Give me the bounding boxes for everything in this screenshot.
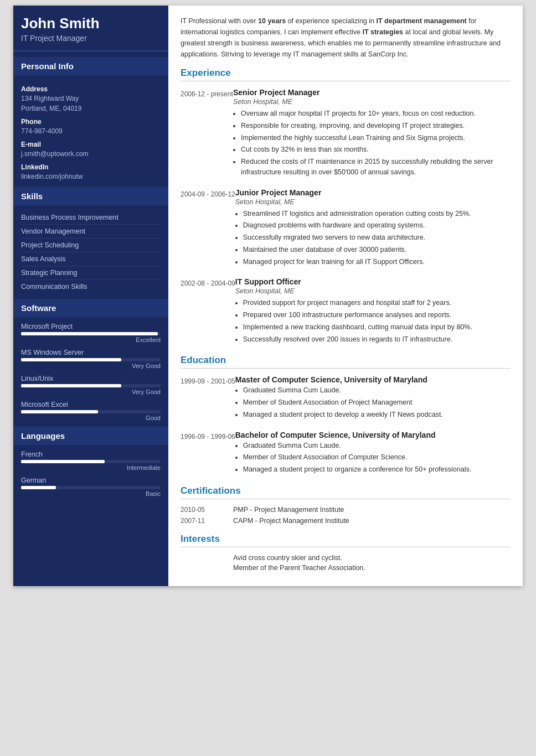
address-line2: Portland, ME, 04019 [21,103,161,113]
entry-title: Master of Computer Science, University o… [235,375,511,384]
software-name: Microsoft Project [21,323,161,330]
address-label: Address [21,85,161,93]
language-name: German [21,477,161,484]
language-bar-label: Basic [21,490,161,497]
entry-org: Seton Hospital, ME [233,98,511,106]
candidate-name: John Smith [21,15,161,32]
bullet-item: Reduced the costs of IT maintenance in 2… [241,157,511,178]
skill-item: Communication Skills [21,280,161,293]
entry-date: 2004-09 - 2006-12 [181,188,235,269]
bullet-item: Managed a student project to develop a w… [243,410,511,420]
entry-title: Bachelor of Computer Science, University… [235,431,511,439]
bullet-item: Diagnosed problems with hardware and ope… [243,220,511,231]
interests-heading: Interests [181,534,511,547]
cert-entry: 2007-11 CAPM - Project Management Instit… [181,517,511,525]
linkedin-value: linkedin.com/johnutw [21,172,161,182]
language-bar-fill [21,460,105,463]
software-name: MS Windows Server [21,349,161,356]
linkedin-label: LinkedIn [21,163,161,171]
skill-item: Project Scheduling [21,239,161,252]
certifications-heading: Certifications [181,485,511,499]
software-content: Microsoft Project Excellent MS Windows S… [13,317,168,421]
candidate-title: IT Project Manager [21,34,161,43]
software-bar-label: Very Good [21,389,161,395]
cert-name: PMP - Project Management Institute [233,506,344,514]
entry-bullets: Provided support for project managers an… [235,298,511,344]
entry-bullets: Oversaw all major hospital IT projects f… [233,108,511,178]
software-item: Microsoft Project Excellent [21,323,161,343]
entry-bullets: Graduated Summa Cum Laude.Member of Stud… [235,385,511,420]
experience-entry: 2002-08 - 2004-09 IT Support Officer Set… [181,277,511,346]
bullet-item: Maintained the user database of over 300… [243,245,511,255]
cert-entries: 2010-05 PMP - Project Management Institu… [181,506,511,525]
software-bar-container [21,384,161,387]
entry-org: Seton Hospital, ME [235,287,511,295]
experience-entry: 2004-09 - 2006-12 Junior Project Manager… [181,188,511,269]
bullet-item: Managed a student project to organize a … [243,464,511,475]
entry-title: Junior Project Manager [235,188,511,197]
software-bar-fill [21,410,98,413]
summary-text: IT Professional with over 10 years of ex… [181,15,511,60]
interest-items: Avid cross country skier and cyclist.Mem… [181,554,511,572]
language-bar-container [21,460,161,463]
email-label: E-mail [21,141,161,148]
experience-entry: 2006-12 - present Senior Project Manager… [181,88,511,179]
cert-name: CAPM - Project Management Institute [233,517,349,525]
email-value: j.smith@uptowork.com [21,149,161,159]
entry-bullets: Streamlined IT logistics and administrat… [235,209,511,267]
software-bar-fill [21,358,121,361]
entry-body: Junior Project Manager Seton Hospital, M… [235,188,511,269]
bullet-item: Successfully migrated two servers to new… [243,232,511,243]
entry-date: 1999-09 - 2001-05 [181,375,235,421]
software-item: Microsoft Excel Good [21,401,161,421]
skills-content: Business Process ImprovementVendor Manag… [13,205,168,293]
experience-heading: Experience [181,68,511,81]
personal-info-heading: Personal Info [13,57,168,75]
software-bar-label: Good [21,415,161,421]
entry-date: 1996-09 - 1999-06 [181,431,235,477]
cert-date: 2010-05 [181,506,233,514]
entry-date: 2002-08 - 2004-09 [181,277,235,346]
entry-body: Bachelor of Computer Science, University… [235,431,511,477]
bullet-item: Responsible for creating, improving, and… [241,121,511,131]
skill-item: Strategic Planning [21,266,161,280]
language-item: French Intermediate [21,451,161,471]
address-line1: 134 Rightward Way [21,94,161,103]
sidebar: John Smith IT Project Manager Personal I… [13,6,168,586]
entry-title: IT Support Officer [235,277,511,286]
education-entries: 1999-09 - 2001-05 Master of Computer Sci… [181,375,511,477]
bullet-item: Cut costs by 32% in less than six months… [241,144,511,155]
skill-item: Sales Analysis [21,252,161,266]
education-entry: 1996-09 - 1999-06 Bachelor of Computer S… [181,431,511,477]
entry-bullets: Graduated Summa Cum Laude.Member of Stud… [235,441,511,475]
experience-entries: 2006-12 - present Senior Project Manager… [181,88,511,346]
phone-value: 774-987-4009 [21,126,161,136]
bullet-item: Successfully resolved over 200 issues in… [243,334,511,345]
bullet-item: Streamlined IT logistics and administrat… [243,209,511,219]
bullet-item: Member of Student Association of Project… [243,397,511,408]
software-item: MS Windows Server Very Good [21,349,161,369]
entry-date: 2006-12 - present [181,88,233,179]
software-bar-fill [21,332,158,335]
bullet-item: Provided support for project managers an… [243,298,511,308]
software-name: Linux/Unix [21,375,161,382]
software-bar-label: Excellent [21,336,161,343]
interest-item: Member of the Parent Teacher Association… [181,564,511,572]
skill-item: Vendor Management [21,225,161,239]
software-name: Microsoft Excel [21,401,161,408]
personal-info-content: Address 134 Rightward Way Portland, ME, … [13,75,168,182]
phone-label: Phone [21,118,161,126]
cert-entry: 2010-05 PMP - Project Management Institu… [181,506,511,514]
education-heading: Education [181,355,511,369]
main-content: IT Professional with over 10 years of ex… [168,6,523,586]
bullet-item: Graduated Summa Cum Laude. [243,441,511,451]
languages-content: French Intermediate German Basic [13,445,168,497]
language-bar-label: Intermediate [21,464,161,471]
bullet-item: Graduated Summa Cum Laude. [243,385,511,396]
bullet-item: Managed project for lean training for al… [243,257,511,267]
entry-title: Senior Project Manager [233,88,511,97]
software-item: Linux/Unix Very Good [21,375,161,395]
bullet-item: Prepared over 100 infrastructure perform… [243,310,511,320]
entry-body: IT Support Officer Seton Hospital, ME Pr… [235,277,511,346]
skill-item: Business Process Improvement [21,211,161,225]
